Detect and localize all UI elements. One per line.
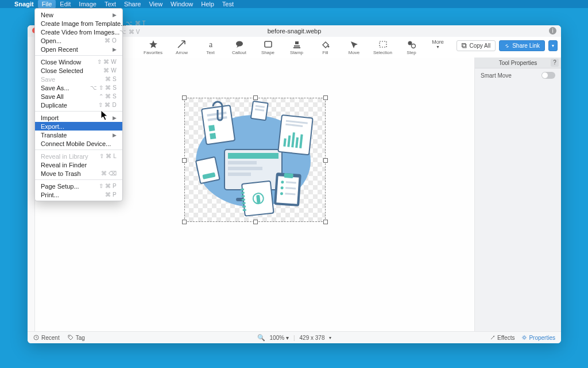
menu-item-print[interactable]: Print...⌘ P	[35, 190, 122, 199]
menu-item-save-all[interactable]: Save All⌃ ⌘ S	[35, 92, 122, 101]
fill-icon	[320, 40, 331, 49]
menubar-view[interactable]: View	[145, 0, 167, 8]
tool-label: Step	[407, 50, 416, 55]
zoom-level[interactable]: 100% ▾	[270, 335, 289, 341]
menubar-text[interactable]: Text	[100, 0, 120, 8]
resize-handle-mr[interactable]	[323, 158, 328, 163]
svg-point-50	[494, 335, 494, 336]
resize-handle-ml[interactable]	[182, 158, 187, 163]
share-link-button[interactable]: Share Link	[499, 40, 545, 51]
tool-selection[interactable]: Selection	[373, 40, 393, 55]
svg-text:a: a	[208, 40, 212, 49]
svg-point-6	[411, 44, 415, 48]
submenu-arrow-icon: ▶	[113, 115, 117, 121]
menubar-test[interactable]: Test	[218, 0, 238, 8]
copy-icon	[462, 43, 467, 49]
menu-item-close-window[interactable]: Close Window⇧ ⌘ W	[35, 57, 122, 66]
file-menu-dropdown: New▶Create Image from Template...⌥ ⌘ TCr…	[34, 8, 123, 201]
smart-move-label: Smart Move	[481, 72, 512, 79]
menu-item-move-to-trash[interactable]: Move to Trash⌘ ⌫	[35, 169, 122, 178]
submenu-arrow-icon: ▶	[113, 132, 117, 138]
menu-item-label: Create Video from Images...	[41, 29, 119, 36]
menubar-app[interactable]: Snagit	[10, 0, 38, 8]
tool-more[interactable]: More▼	[430, 40, 446, 49]
menu-item-reveal-in-library: Reveal in Library⇧ ⌘ L	[35, 152, 122, 160]
tool-move[interactable]: Move	[344, 40, 365, 55]
recent-button[interactable]: Recent	[33, 335, 60, 341]
callout-icon	[234, 40, 245, 49]
resize-handle-br[interactable]	[323, 220, 328, 224]
move-icon	[349, 40, 359, 49]
tool-list: FavoritesArrowaTextCalloutShapeStampFill…	[143, 40, 446, 55]
menu-item-save: Save⌘ S	[35, 75, 122, 83]
tool-callout[interactable]: Callout	[229, 40, 250, 55]
menu-item-create-video-from-images[interactable]: Create Video from Images...⌥ ⌘ V	[35, 28, 122, 36]
smart-move-row: Smart Move	[475, 68, 561, 82]
menu-item-label: Create Image from Template...	[41, 20, 126, 27]
menu-item-label: Export...	[41, 123, 64, 130]
menu-item-page-setup[interactable]: Page Setup...⇧ ⌘ P	[35, 182, 122, 190]
tool-shape[interactable]: Shape	[258, 40, 278, 55]
menu-item-open[interactable]: Open...⌘ O	[35, 36, 122, 45]
menubar-image[interactable]: Image	[75, 0, 100, 8]
tool-stamp[interactable]: Stamp	[287, 40, 307, 55]
menubar-edit[interactable]: Edit	[56, 0, 75, 8]
resize-handle-tr[interactable]	[323, 95, 328, 100]
menu-item-connect-mobile-device[interactable]: Connect Mobile Device...	[35, 139, 122, 148]
stamp-icon	[292, 40, 302, 49]
menu-shortcut: ⌘ ⌫	[101, 170, 117, 177]
menu-item-label: Connect Mobile Device...	[41, 140, 111, 147]
tool-text[interactable]: aText	[200, 40, 221, 55]
menubar-window[interactable]: Window	[167, 0, 197, 8]
effects-label: Effects	[497, 335, 514, 341]
menu-item-save-as[interactable]: Save As...⌥ ⇧ ⌘ S	[35, 83, 122, 92]
menu-item-translate[interactable]: Translate▶	[35, 131, 122, 139]
menu-item-export[interactable]: Export...	[35, 122, 122, 131]
svg-rect-4	[380, 41, 386, 47]
menu-shortcut: ⌃ ⌘ S	[99, 93, 117, 99]
menubar-share[interactable]: Share	[120, 0, 145, 8]
tool-arrow[interactable]: Arrow	[172, 40, 192, 55]
menu-item-label: Translate	[41, 132, 67, 139]
menu-shortcut: ⇧ ⌘ D	[98, 102, 117, 108]
copy-all-label: Copy All	[470, 43, 491, 49]
svg-rect-7	[463, 44, 466, 48]
menubar-help[interactable]: Help	[197, 0, 218, 8]
tool-favorites[interactable]: Favorites	[143, 40, 164, 55]
resize-handle-bm[interactable]	[253, 220, 258, 224]
svg-point-1	[236, 41, 243, 46]
selection-icon	[378, 40, 388, 49]
search-zoom-icon[interactable]: 🔍	[257, 334, 265, 342]
menu-item-open-recent[interactable]: Open Recent▶	[35, 45, 122, 53]
resize-handle-bl[interactable]	[182, 220, 187, 224]
tag-button[interactable]: Tag	[68, 335, 85, 341]
menu-item-reveal-in-finder[interactable]: Reveal in Finder	[35, 160, 122, 169]
help-icon[interactable]: ?	[551, 59, 559, 67]
dims-dropdown-icon[interactable]: ▾	[329, 335, 331, 340]
copy-all-button[interactable]: Copy All	[457, 40, 496, 51]
tool-label: Arrow	[176, 50, 188, 55]
menubar-file[interactable]: File	[38, 0, 56, 8]
info-icon[interactable]: i	[549, 27, 556, 34]
properties-button[interactable]: Properties	[521, 335, 555, 341]
share-dropdown-button[interactable]: ▾	[548, 40, 558, 51]
tag-label: Tag	[76, 335, 85, 341]
menu-item-label: Close Window	[41, 59, 81, 66]
resize-handle-tm[interactable]	[253, 95, 258, 100]
properties-header: Tool Properties ?	[475, 57, 561, 68]
effects-button[interactable]: Effects	[490, 335, 514, 341]
selected-image[interactable]	[184, 98, 326, 222]
resize-handle-tl[interactable]	[182, 95, 187, 100]
menu-item-import[interactable]: Import▶	[35, 113, 122, 122]
menu-item-create-image-from-template[interactable]: Create Image from Template...⌥ ⌘ T	[35, 19, 122, 28]
clock-icon	[33, 335, 39, 340]
menu-item-duplicate[interactable]: Duplicate⇧ ⌘ D	[35, 101, 122, 109]
tool-fill[interactable]: Fill	[315, 40, 336, 55]
menu-item-new[interactable]: New▶	[35, 10, 122, 19]
recent-label: Recent	[41, 335, 60, 341]
share-link-label: Share Link	[512, 43, 540, 49]
menu-item-close-selected[interactable]: Close Selected⌘ W	[35, 66, 122, 75]
smart-move-toggle[interactable]	[541, 72, 555, 79]
tool-step[interactable]: Step	[401, 40, 422, 55]
menu-shortcut: ⇧ ⌘ L	[99, 153, 117, 159]
